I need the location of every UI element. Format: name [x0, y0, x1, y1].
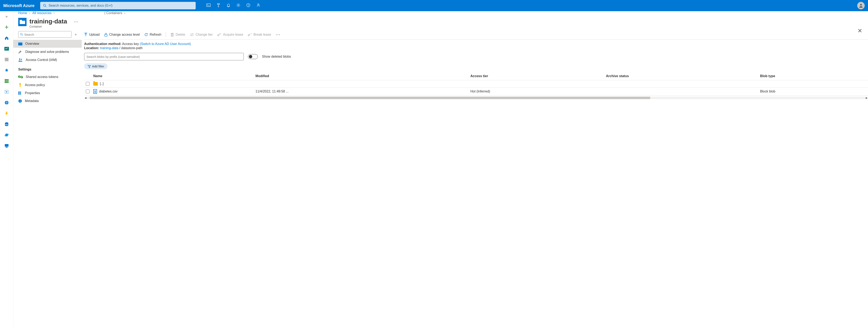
more-actions-icon[interactable]: ⋯	[74, 19, 79, 25]
svg-rect-2	[207, 4, 210, 7]
blob-archive	[604, 88, 758, 96]
global-search[interactable]	[40, 2, 196, 9]
create-resource-icon[interactable]	[4, 25, 9, 30]
cal-label: Change access level	[109, 33, 140, 36]
svg-rect-57	[171, 34, 173, 36]
close-blade-icon[interactable]: ✕	[858, 27, 862, 34]
rail-expand-icon[interactable]: »	[4, 14, 9, 19]
menu-search[interactable]	[18, 31, 71, 38]
location-line: Location: training-data / datastore-path	[84, 46, 868, 50]
scroll-right-arrow[interactable]: ▶	[865, 96, 868, 99]
svg-point-45	[19, 83, 21, 85]
menu-overview[interactable]: Overview	[13, 40, 82, 48]
svg-point-7	[248, 6, 249, 6]
link-icon	[18, 76, 23, 78]
row-checkbox[interactable]	[86, 82, 90, 86]
refresh-button[interactable]: Refresh	[144, 33, 161, 36]
menu-metadata[interactable]: Metadata	[13, 97, 82, 105]
col-blob-type[interactable]: Blob type	[758, 72, 868, 80]
svg-rect-18	[7, 79, 8, 80]
location-path: datastore-path	[121, 46, 143, 50]
file-icon	[93, 89, 97, 94]
blob-prefix-input[interactable]	[86, 55, 242, 58]
cloud-shell-icon[interactable]	[207, 3, 211, 8]
svg-rect-33	[6, 147, 7, 147]
function-app-icon[interactable]	[4, 111, 9, 116]
notifications-icon[interactable]	[226, 3, 230, 8]
menu-search-input[interactable]	[23, 33, 70, 36]
svg-rect-48	[18, 91, 19, 95]
acquire-label: Acquire lease	[223, 33, 243, 36]
add-filter-button[interactable]: Add filter	[84, 63, 107, 69]
breadcrumb-home[interactable]: Home	[18, 11, 27, 15]
lease-acquire-icon	[217, 33, 221, 36]
refresh-icon	[144, 33, 148, 36]
blob-name[interactable]: [..]	[100, 82, 104, 86]
svg-rect-3	[217, 3, 219, 5]
dashboard-icon[interactable]	[4, 46, 9, 52]
settings-icon[interactable]	[236, 3, 241, 8]
page-subtitle: Container	[29, 25, 67, 28]
col-name[interactable]: Name	[92, 72, 254, 80]
col-access-tier[interactable]: Access tier	[469, 72, 604, 80]
resource-groups-icon[interactable]	[4, 89, 9, 94]
auth-method-line: Authentication method: Access key (Switc…	[84, 39, 868, 46]
toolbar-more-icon[interactable]: ⋯	[276, 32, 281, 37]
menu-section-settings: Settings	[13, 64, 82, 73]
switch-auth-link[interactable]: (Switch to Azure AD User Account)	[140, 42, 191, 46]
location-container-link[interactable]: training-data	[100, 46, 118, 50]
cosmos-db-icon[interactable]	[4, 132, 9, 138]
delete-label: Delete	[176, 33, 185, 36]
breadcrumb-all-resources[interactable]: All resources	[32, 11, 52, 15]
blob-name[interactable]: diabetes.csv	[99, 90, 118, 93]
menu-sas-label: Shared access tokens	[26, 75, 58, 79]
horizontal-scrollbar[interactable]: ◀ ▶	[84, 96, 868, 99]
collapse-menu-icon[interactable]: «	[75, 33, 77, 36]
menu-diagnose[interactable]: Diagnose and solve problems	[13, 48, 82, 56]
location-label: Location:	[84, 46, 99, 50]
blob-archive	[604, 80, 758, 88]
feedback-icon[interactable]	[256, 3, 260, 8]
col-modified[interactable]: Modified	[254, 72, 469, 80]
menu-sas[interactable]: Shared access tokens	[13, 73, 82, 81]
home-icon[interactable]	[4, 35, 9, 41]
app-services-icon[interactable]	[4, 100, 9, 105]
filter-icon[interactable]	[216, 3, 220, 8]
blob-prefix-search[interactable]	[84, 53, 244, 60]
all-services-icon[interactable]	[4, 57, 9, 62]
svg-rect-19	[5, 81, 6, 82]
table-row[interactable]: [..]	[84, 80, 868, 88]
info-icon	[18, 99, 22, 103]
menu-iam-label: Access Control (IAM)	[26, 58, 57, 62]
auth-method-value: Access key	[122, 42, 139, 46]
breadcrumb-containers[interactable]: | Containers	[104, 11, 122, 15]
blade-menu: « Overview Diagnose and solve problems A…	[13, 31, 82, 108]
menu-properties[interactable]: Properties	[13, 89, 82, 97]
upload-label: Upload	[89, 33, 100, 36]
acquire-lease-button: Acquire lease	[217, 33, 243, 36]
menu-iam[interactable]: Access Control (IAM)	[13, 56, 82, 64]
all-resources-icon[interactable]	[4, 79, 9, 84]
menu-policy[interactable]: Access policy	[13, 81, 82, 89]
virtual-machines-icon[interactable]	[4, 143, 9, 148]
svg-rect-46	[20, 85, 21, 87]
global-search-input[interactable]	[46, 4, 193, 7]
show-deleted-toggle[interactable]	[248, 54, 258, 59]
account-avatar[interactable]	[857, 2, 865, 9]
chevron-right-icon: ›	[124, 11, 125, 15]
scroll-left-arrow[interactable]: ◀	[84, 96, 87, 99]
brand-logo[interactable]: Microsoft Azure	[3, 3, 34, 8]
favorites-icon[interactable]	[4, 68, 9, 73]
lock-icon	[104, 33, 107, 36]
table-row[interactable]: diabetes.csv11/4/2022, 11:49:58 ...Hot (…	[84, 88, 868, 96]
change-access-level-button[interactable]: Change access level	[104, 33, 140, 36]
upload-button[interactable]: Upload	[84, 33, 100, 36]
svg-point-9	[860, 4, 862, 6]
col-archive-status[interactable]: Archive status	[604, 72, 758, 80]
sql-database-icon[interactable]: SQL	[4, 121, 9, 127]
page-heading: training-data Container ⋯	[13, 16, 868, 31]
row-checkbox[interactable]	[86, 90, 90, 93]
swap-icon	[190, 33, 194, 36]
help-icon[interactable]	[246, 3, 250, 8]
blob-table: Name Modified Access tier Archive status…	[84, 72, 868, 96]
